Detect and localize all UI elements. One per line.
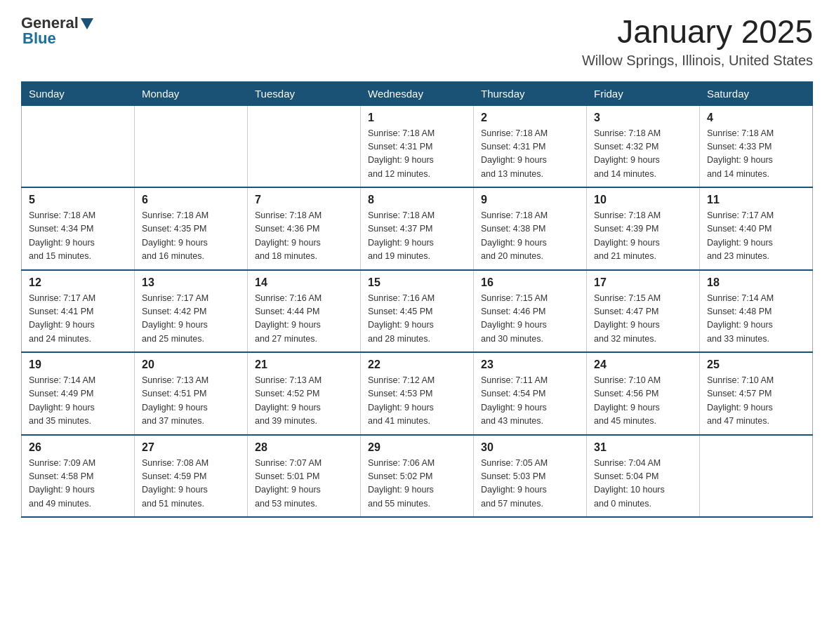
calendar-cell: 12Sunrise: 7:17 AM Sunset: 4:41 PM Dayli… — [22, 270, 135, 353]
day-info: Sunrise: 7:18 AM Sunset: 4:37 PM Dayligh… — [368, 209, 466, 264]
logo-triangle-icon — [81, 18, 93, 29]
page-header: General Blue January 2025 Willow Springs… — [21, 14, 813, 69]
day-number: 16 — [481, 276, 579, 289]
calendar-cell: 14Sunrise: 7:16 AM Sunset: 4:44 PM Dayli… — [248, 270, 361, 353]
day-info: Sunrise: 7:14 AM Sunset: 4:49 PM Dayligh… — [29, 374, 127, 429]
day-info: Sunrise: 7:18 AM Sunset: 4:33 PM Dayligh… — [707, 127, 805, 182]
day-number: 6 — [142, 194, 240, 206]
day-number: 21 — [255, 358, 353, 371]
day-number: 13 — [142, 276, 240, 289]
calendar-cell: 27Sunrise: 7:08 AM Sunset: 4:59 PM Dayli… — [135, 435, 248, 518]
day-number: 7 — [255, 194, 353, 206]
calendar-cell: 19Sunrise: 7:14 AM Sunset: 4:49 PM Dayli… — [22, 352, 135, 435]
calendar-cell: 20Sunrise: 7:13 AM Sunset: 4:51 PM Dayli… — [135, 352, 248, 435]
day-info: Sunrise: 7:17 AM Sunset: 4:42 PM Dayligh… — [142, 292, 240, 347]
calendar-cell: 2Sunrise: 7:18 AM Sunset: 4:31 PM Daylig… — [474, 105, 587, 187]
day-number: 10 — [594, 194, 692, 206]
calendar-cell: 4Sunrise: 7:18 AM Sunset: 4:33 PM Daylig… — [700, 105, 813, 187]
col-tuesday: Tuesday — [248, 81, 361, 105]
day-number: 23 — [481, 358, 579, 371]
days-of-week-row: Sunday Monday Tuesday Wednesday Thursday… — [22, 81, 813, 105]
day-info: Sunrise: 7:07 AM Sunset: 5:01 PM Dayligh… — [255, 457, 353, 511]
day-info: Sunrise: 7:18 AM Sunset: 4:38 PM Dayligh… — [481, 209, 579, 264]
calendar-cell — [135, 105, 248, 187]
calendar-cell: 3Sunrise: 7:18 AM Sunset: 4:32 PM Daylig… — [587, 105, 700, 187]
day-number: 2 — [481, 112, 579, 124]
day-info: Sunrise: 7:18 AM Sunset: 4:34 PM Dayligh… — [29, 209, 127, 264]
day-info: Sunrise: 7:18 AM Sunset: 4:31 PM Dayligh… — [481, 127, 579, 182]
day-number: 4 — [707, 112, 805, 124]
day-info: Sunrise: 7:18 AM Sunset: 4:39 PM Dayligh… — [594, 209, 692, 264]
day-number: 8 — [368, 194, 466, 206]
day-info: Sunrise: 7:13 AM Sunset: 4:51 PM Dayligh… — [142, 374, 240, 429]
calendar-cell: 5Sunrise: 7:18 AM Sunset: 4:34 PM Daylig… — [22, 187, 135, 270]
col-saturday: Saturday — [700, 81, 813, 105]
day-info: Sunrise: 7:08 AM Sunset: 4:59 PM Dayligh… — [142, 457, 240, 511]
day-number: 19 — [29, 358, 127, 371]
day-info: Sunrise: 7:10 AM Sunset: 4:56 PM Dayligh… — [594, 374, 692, 429]
day-info: Sunrise: 7:06 AM Sunset: 5:02 PM Dayligh… — [368, 457, 466, 511]
day-info: Sunrise: 7:13 AM Sunset: 4:52 PM Dayligh… — [255, 374, 353, 429]
day-info: Sunrise: 7:16 AM Sunset: 4:45 PM Dayligh… — [368, 292, 466, 347]
calendar-week-row: 12Sunrise: 7:17 AM Sunset: 4:41 PM Dayli… — [22, 270, 813, 353]
logo: General Blue — [21, 14, 93, 48]
day-info: Sunrise: 7:09 AM Sunset: 4:58 PM Dayligh… — [29, 457, 127, 511]
day-number: 3 — [594, 112, 692, 124]
col-sunday: Sunday — [22, 81, 135, 105]
day-info: Sunrise: 7:17 AM Sunset: 4:41 PM Dayligh… — [29, 292, 127, 347]
col-thursday: Thursday — [474, 81, 587, 105]
col-friday: Friday — [587, 81, 700, 105]
day-number: 26 — [29, 441, 127, 454]
calendar-cell: 24Sunrise: 7:10 AM Sunset: 4:56 PM Dayli… — [587, 352, 700, 435]
calendar-week-row: 5Sunrise: 7:18 AM Sunset: 4:34 PM Daylig… — [22, 187, 813, 270]
day-info: Sunrise: 7:10 AM Sunset: 4:57 PM Dayligh… — [707, 374, 805, 429]
calendar-cell: 29Sunrise: 7:06 AM Sunset: 5:02 PM Dayli… — [361, 435, 474, 518]
day-number: 9 — [481, 194, 579, 206]
day-number: 20 — [142, 358, 240, 371]
day-info: Sunrise: 7:18 AM Sunset: 4:32 PM Dayligh… — [594, 127, 692, 182]
calendar-table: Sunday Monday Tuesday Wednesday Thursday… — [21, 81, 813, 518]
day-info: Sunrise: 7:18 AM Sunset: 4:35 PM Dayligh… — [142, 209, 240, 264]
calendar-cell: 15Sunrise: 7:16 AM Sunset: 4:45 PM Dayli… — [361, 270, 474, 353]
page-subtitle: Willow Springs, Illinois, United States — [582, 53, 813, 69]
day-number: 1 — [368, 112, 466, 124]
day-number: 12 — [29, 276, 127, 289]
calendar-cell: 31Sunrise: 7:04 AM Sunset: 5:04 PM Dayli… — [587, 435, 700, 518]
calendar-cell: 9Sunrise: 7:18 AM Sunset: 4:38 PM Daylig… — [474, 187, 587, 270]
day-info: Sunrise: 7:15 AM Sunset: 4:47 PM Dayligh… — [594, 292, 692, 347]
calendar-cell: 18Sunrise: 7:14 AM Sunset: 4:48 PM Dayli… — [700, 270, 813, 353]
day-number: 22 — [368, 358, 466, 371]
calendar-cell: 25Sunrise: 7:10 AM Sunset: 4:57 PM Dayli… — [700, 352, 813, 435]
svg-marker-0 — [81, 18, 93, 29]
day-number: 11 — [707, 194, 805, 206]
col-wednesday: Wednesday — [361, 81, 474, 105]
day-number: 18 — [707, 276, 805, 289]
calendar-cell: 16Sunrise: 7:15 AM Sunset: 4:46 PM Dayli… — [474, 270, 587, 353]
day-info: Sunrise: 7:11 AM Sunset: 4:54 PM Dayligh… — [481, 374, 579, 429]
day-info: Sunrise: 7:05 AM Sunset: 5:03 PM Dayligh… — [481, 457, 579, 511]
calendar-body: 1Sunrise: 7:18 AM Sunset: 4:31 PM Daylig… — [22, 105, 813, 517]
day-info: Sunrise: 7:18 AM Sunset: 4:36 PM Dayligh… — [255, 209, 353, 264]
day-number: 31 — [594, 441, 692, 454]
page-title: January 2025 — [582, 14, 813, 50]
day-info: Sunrise: 7:16 AM Sunset: 4:44 PM Dayligh… — [255, 292, 353, 347]
calendar-cell: 6Sunrise: 7:18 AM Sunset: 4:35 PM Daylig… — [135, 187, 248, 270]
day-info: Sunrise: 7:15 AM Sunset: 4:46 PM Dayligh… — [481, 292, 579, 347]
calendar-cell: 10Sunrise: 7:18 AM Sunset: 4:39 PM Dayli… — [587, 187, 700, 270]
calendar-cell: 1Sunrise: 7:18 AM Sunset: 4:31 PM Daylig… — [361, 105, 474, 187]
day-number: 30 — [481, 441, 579, 454]
calendar-cell: 11Sunrise: 7:17 AM Sunset: 4:40 PM Dayli… — [700, 187, 813, 270]
day-info: Sunrise: 7:12 AM Sunset: 4:53 PM Dayligh… — [368, 374, 466, 429]
day-info: Sunrise: 7:18 AM Sunset: 4:31 PM Dayligh… — [368, 127, 466, 182]
day-number: 29 — [368, 441, 466, 454]
calendar-week-row: 19Sunrise: 7:14 AM Sunset: 4:49 PM Dayli… — [22, 352, 813, 435]
day-info: Sunrise: 7:04 AM Sunset: 5:04 PM Dayligh… — [594, 457, 692, 511]
calendar-week-row: 1Sunrise: 7:18 AM Sunset: 4:31 PM Daylig… — [22, 105, 813, 187]
day-number: 25 — [707, 358, 805, 371]
calendar-header: Sunday Monday Tuesday Wednesday Thursday… — [22, 81, 813, 105]
calendar-week-row: 26Sunrise: 7:09 AM Sunset: 4:58 PM Dayli… — [22, 435, 813, 518]
calendar-cell: 17Sunrise: 7:15 AM Sunset: 4:47 PM Dayli… — [587, 270, 700, 353]
calendar-cell: 22Sunrise: 7:12 AM Sunset: 4:53 PM Dayli… — [361, 352, 474, 435]
calendar-cell: 30Sunrise: 7:05 AM Sunset: 5:03 PM Dayli… — [474, 435, 587, 518]
title-block: January 2025 Willow Springs, Illinois, U… — [582, 14, 813, 69]
